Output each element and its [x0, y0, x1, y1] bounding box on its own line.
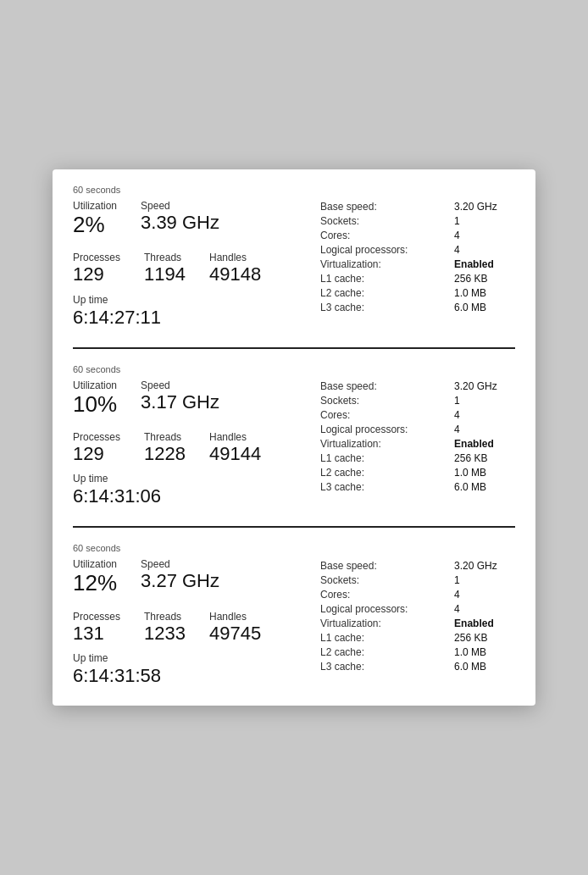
uptime-label: Up time	[73, 294, 312, 306]
info-key: Base speed:	[320, 379, 454, 394]
utilization-group: Utilization10%	[73, 379, 117, 417]
info-row: Sockets:1	[320, 573, 515, 587]
speed-value: 3.17 GHz	[141, 392, 219, 413]
info-row: Logical processors:4	[320, 601, 515, 616]
utilization-value: 10%	[73, 392, 117, 417]
info-value: 4	[454, 408, 515, 423]
processes-value: 131	[73, 623, 120, 644]
threads-label: Threads	[144, 611, 186, 623]
threads-group: Threads1194	[144, 252, 186, 285]
processes-group: Processes129	[73, 252, 120, 285]
info-row: L2 cache:1.0 MB	[320, 466, 515, 480]
processes-label: Processes	[73, 431, 120, 443]
info-row: Cores:4	[320, 408, 515, 423]
info-key: L1 cache:	[320, 451, 454, 466]
speed-value: 3.27 GHz	[141, 571, 219, 591]
time-label: 60 seconds	[73, 543, 515, 553]
info-row: Base speed:3.20 GHz	[320, 558, 515, 573]
uptime-group: Up time6:14:31:58	[73, 652, 312, 687]
utilization-label: Utilization	[73, 558, 117, 570]
speed-group: Speed3.17 GHz	[141, 379, 219, 417]
processes-value: 129	[73, 444, 120, 464]
info-row: Base speed:3.20 GHz	[320, 200, 515, 214]
info-key: Logical processors:	[320, 601, 454, 616]
info-key: Sockets:	[320, 573, 454, 587]
info-row: L1 cache:256 KB	[320, 630, 515, 645]
info-row: L1 cache:256 KB	[320, 272, 515, 286]
info-key: L2 cache:	[320, 645, 454, 659]
info-key: L1 cache:	[320, 630, 454, 645]
left-col: Utilization10%Speed3.17 GHzProcesses129T…	[73, 379, 312, 508]
info-value: 4	[454, 587, 515, 601]
info-col: Base speed:3.20 GHzSockets:1Cores:4Logic…	[312, 558, 515, 687]
info-value: 3.20 GHz	[454, 558, 515, 573]
stats-row: Utilization12%Speed3.27 GHzProcesses131T…	[73, 558, 515, 687]
threads-value: 1233	[144, 623, 186, 644]
info-key: L3 cache:	[320, 480, 454, 495]
info-key: L2 cache:	[320, 286, 454, 301]
info-key: Virtualization:	[320, 616, 454, 630]
info-key: Virtualization:	[320, 437, 454, 451]
info-key: Base speed:	[320, 558, 454, 573]
info-value: 1.0 MB	[454, 645, 515, 659]
info-value: Enabled	[454, 437, 515, 451]
info-row: Base speed:3.20 GHz	[320, 379, 515, 394]
left-col: Utilization2%Speed3.39 GHzProcesses129Th…	[73, 200, 312, 329]
info-key: Cores:	[320, 408, 454, 423]
info-value: 6.0 MB	[454, 659, 515, 673]
info-key: L3 cache:	[320, 301, 454, 315]
uptime-value: 6:14:31:06	[73, 485, 312, 507]
uptime-value: 6:14:27:11	[73, 307, 312, 329]
info-row: L3 cache:6.0 MB	[320, 480, 515, 495]
info-value: 1.0 MB	[454, 466, 515, 480]
info-value: 3.20 GHz	[454, 379, 515, 394]
utilization-group: Utilization2%	[73, 200, 117, 237]
handles-label: Handles	[209, 252, 261, 263]
info-key: Sockets:	[320, 394, 454, 408]
main-card: 60 secondsUtilization2%Speed3.39 GHzProc…	[53, 169, 535, 706]
speed-label: Speed	[141, 379, 219, 391]
left-col: Utilization12%Speed3.27 GHzProcesses131T…	[73, 558, 312, 687]
info-row: Virtualization:Enabled	[320, 258, 515, 272]
info-row: Sockets:1	[320, 394, 515, 408]
handles-group: Handles49745	[209, 611, 261, 644]
panel-1: 60 secondsUtilization2%Speed3.39 GHzProc…	[53, 169, 535, 347]
info-value: 256 KB	[454, 451, 515, 466]
threads-group: Threads1228	[144, 431, 186, 464]
utilization-label: Utilization	[73, 379, 117, 391]
info-value: Enabled	[454, 616, 515, 630]
info-key: L1 cache:	[320, 272, 454, 286]
stats-row: Utilization2%Speed3.39 GHzProcesses129Th…	[73, 200, 515, 329]
time-label: 60 seconds	[73, 364, 515, 374]
info-row: Cores:4	[320, 587, 515, 601]
handles-label: Handles	[209, 611, 261, 623]
info-key: Logical processors:	[320, 243, 454, 258]
info-row: Cores:4	[320, 229, 515, 243]
info-table: Base speed:3.20 GHzSockets:1Cores:4Logic…	[320, 200, 515, 315]
info-row: Virtualization:Enabled	[320, 616, 515, 630]
utilization-value: 12%	[73, 571, 117, 595]
processes-group: Processes131	[73, 611, 120, 644]
info-row: L3 cache:6.0 MB	[320, 659, 515, 673]
handles-group: Handles49144	[209, 431, 261, 464]
info-key: Logical processors:	[320, 423, 454, 437]
info-row: Logical processors:4	[320, 423, 515, 437]
info-table: Base speed:3.20 GHzSockets:1Cores:4Logic…	[320, 558, 515, 673]
processes-threads-handles-row: Processes129Threads1194Handles49148	[73, 252, 312, 285]
info-value: 256 KB	[454, 272, 515, 286]
info-key: L3 cache:	[320, 659, 454, 673]
info-row: L1 cache:256 KB	[320, 451, 515, 466]
info-key: Base speed:	[320, 200, 454, 214]
processes-label: Processes	[73, 252, 120, 263]
info-value: 1	[454, 214, 515, 229]
threads-value: 1228	[144, 444, 186, 464]
info-key: Cores:	[320, 587, 454, 601]
handles-group: Handles49148	[209, 252, 261, 285]
threads-label: Threads	[144, 431, 186, 443]
speed-group: Speed3.27 GHz	[141, 558, 219, 595]
handles-label: Handles	[209, 431, 261, 443]
info-value: 4	[454, 601, 515, 616]
info-row: Sockets:1	[320, 214, 515, 229]
time-label: 60 seconds	[73, 185, 515, 195]
info-key: Cores:	[320, 229, 454, 243]
